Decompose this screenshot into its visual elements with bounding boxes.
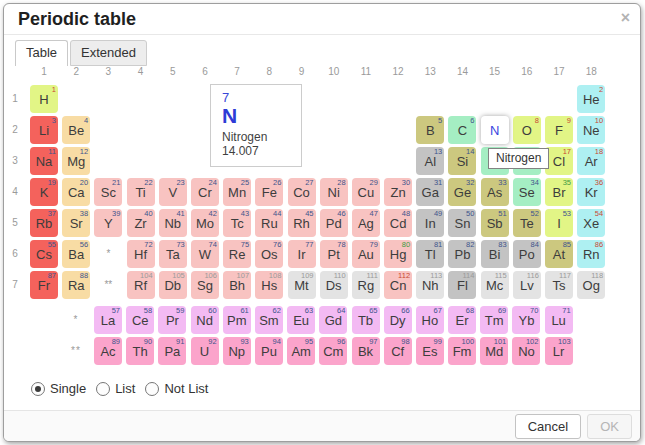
element-Cu[interactable]: 29Cu (352, 178, 380, 206)
element-Se[interactable]: 34Se (513, 178, 541, 206)
radio-circle-list[interactable] (96, 382, 110, 396)
element-Co[interactable]: 27Co (288, 178, 316, 206)
ok-button[interactable]: OK (587, 414, 632, 439)
element-Sc[interactable]: 21Sc (94, 178, 122, 206)
element-H[interactable]: 1H (30, 85, 58, 113)
element-U[interactable]: 92U (191, 337, 219, 365)
element-Ga[interactable]: 31Ga (416, 178, 444, 206)
element-Ts[interactable]: 117Ts (545, 271, 573, 299)
element-Rb[interactable]: 37Rb (30, 209, 58, 237)
element-Ce[interactable]: 58Ce (126, 306, 154, 334)
element-O[interactable]: 8O (513, 116, 541, 144)
element-Nb[interactable]: 41Nb (159, 209, 187, 237)
element-Tc[interactable]: 43Tc (223, 209, 251, 237)
element-Sg[interactable]: 106Sg (191, 271, 219, 299)
element-Lr[interactable]: 103Lr (545, 337, 573, 365)
element-Md[interactable]: 101Md (480, 337, 508, 365)
element-Fl[interactable]: 114Fl (448, 271, 476, 299)
element-Cs[interactable]: 55Cs (30, 240, 58, 268)
element-Te[interactable]: 52Te (513, 209, 541, 237)
element-Lv[interactable]: 116Lv (513, 271, 541, 299)
cancel-button[interactable]: Cancel (515, 414, 581, 439)
element-Be[interactable]: 4Be (62, 116, 90, 144)
close-icon[interactable]: × (621, 9, 630, 27)
element-N[interactable]: 7N (481, 116, 509, 144)
element-Pa[interactable]: 91Pa (158, 337, 186, 365)
element-Ba[interactable]: 56Ba (62, 240, 90, 268)
element-As[interactable]: 33As (481, 178, 509, 206)
element-Kr[interactable]: 36Kr (577, 178, 605, 206)
radio-option-list[interactable]: List (96, 381, 135, 396)
element-V[interactable]: 23V (159, 178, 187, 206)
element-Mo[interactable]: 42Mo (191, 209, 219, 237)
element-Ho[interactable]: 67Ho (416, 306, 444, 334)
element-Hf[interactable]: 72Hf (127, 240, 155, 268)
element-Ca[interactable]: 20Ca (62, 178, 90, 206)
element-Ds[interactable]: 110Ds (320, 271, 348, 299)
element-Re[interactable]: 75Re (223, 240, 251, 268)
element-Bi[interactable]: 83Bi (481, 240, 509, 268)
element-Rg[interactable]: 111Rg (352, 271, 380, 299)
element-Cd[interactable]: 48Cd (384, 209, 412, 237)
element-Ra[interactable]: 88Ra (62, 271, 90, 299)
element-I[interactable]: 53I (545, 209, 573, 237)
element-Li[interactable]: 3Li (30, 116, 58, 144)
element-Si[interactable]: 14Si (448, 147, 476, 175)
element-Br[interactable]: 35Br (545, 178, 573, 206)
element-Sr[interactable]: 38Sr (62, 209, 90, 237)
element-Au[interactable]: 79Au (352, 240, 380, 268)
element-Ag[interactable]: 47Ag (352, 209, 380, 237)
element-Ir[interactable]: 77Ir (288, 240, 316, 268)
element-Hg[interactable]: 80Hg (384, 240, 412, 268)
element-Fr[interactable]: 87Fr (30, 271, 58, 299)
element-Th[interactable]: 90Th (126, 337, 154, 365)
element-Mn[interactable]: 25Mn (223, 178, 251, 206)
element-Np[interactable]: 93Np (223, 337, 251, 365)
element-Gd[interactable]: 64Gd (319, 306, 347, 334)
element-Hs[interactable]: 108Hs (255, 271, 283, 299)
element-Es[interactable]: 99Es (416, 337, 444, 365)
element-La[interactable]: 57La (94, 306, 122, 334)
element-Yb[interactable]: 70Yb (512, 306, 540, 334)
element-Pb[interactable]: 82Pb (448, 240, 476, 268)
element-Po[interactable]: 84Po (513, 240, 541, 268)
element-Bh[interactable]: 107Bh (223, 271, 251, 299)
element-Al[interactable]: 13Al (416, 147, 444, 175)
element-No[interactable]: 102No (512, 337, 540, 365)
radio-option-single[interactable]: Single (31, 381, 86, 396)
element-Ru[interactable]: 44Ru (255, 209, 283, 237)
tab-extended[interactable]: Extended (70, 40, 147, 66)
element-Lu[interactable]: 71Lu (545, 306, 573, 334)
element-Fe[interactable]: 26Fe (255, 178, 283, 206)
element-Sn[interactable]: 50Sn (448, 209, 476, 237)
element-Pm[interactable]: 61Pm (223, 306, 251, 334)
element-Ti[interactable]: 22Ti (127, 178, 155, 206)
element-Y[interactable]: 39Y (94, 209, 122, 237)
element-Cr[interactable]: 24Cr (191, 178, 219, 206)
element-Mt[interactable]: 109Mt (288, 271, 316, 299)
element-Mc[interactable]: 115Mc (481, 271, 509, 299)
element-Na[interactable]: 11Na (30, 147, 58, 175)
element-He[interactable]: 2He (577, 85, 605, 113)
element-Eu[interactable]: 63Eu (287, 306, 315, 334)
element-Tl[interactable]: 81Tl (416, 240, 444, 268)
element-Bk[interactable]: 97Bk (352, 337, 380, 365)
element-In[interactable]: 49In (416, 209, 444, 237)
element-Rh[interactable]: 45Rh (288, 209, 316, 237)
element-Ta[interactable]: 73Ta (159, 240, 187, 268)
element-Cf[interactable]: 98Cf (384, 337, 412, 365)
element-Og[interactable]: 118Og (577, 271, 605, 299)
element-Dy[interactable]: 66Dy (384, 306, 412, 334)
element-Cn[interactable]: 112Cn (384, 271, 412, 299)
radio-circle-single[interactable] (31, 382, 45, 396)
element-At[interactable]: 85At (545, 240, 573, 268)
element-Rf[interactable]: 104Rf (127, 271, 155, 299)
element-Er[interactable]: 68Er (448, 306, 476, 334)
element-Db[interactable]: 105Db (159, 271, 187, 299)
element-Ac[interactable]: 89Ac (94, 337, 122, 365)
element-Rn[interactable]: 86Rn (577, 240, 605, 268)
element-Zn[interactable]: 30Zn (384, 178, 412, 206)
radio-option-not-list[interactable]: Not List (145, 381, 208, 396)
element-Pr[interactable]: 59Pr (158, 306, 186, 334)
element-Pu[interactable]: 94Pu (255, 337, 283, 365)
